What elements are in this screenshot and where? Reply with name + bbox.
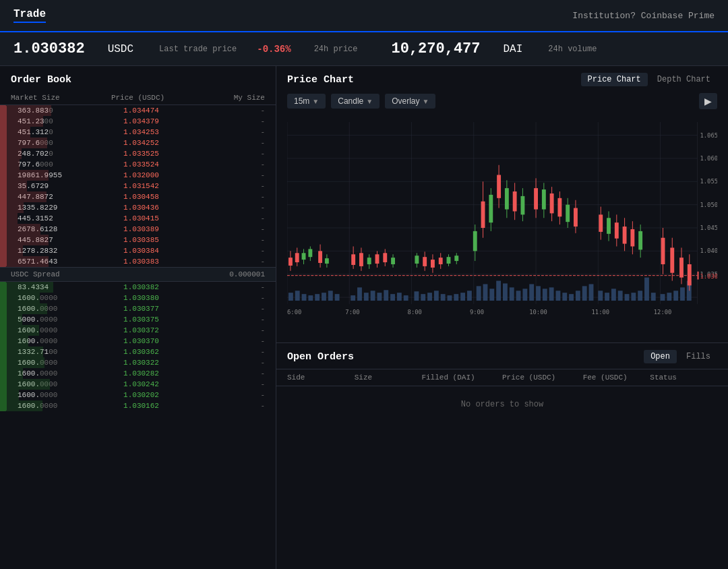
chart-header: Price Chart Price Chart Depth Chart (276, 66, 728, 90)
buy-orders-list: 83.4334 1.030382 - 1600.0000 1.030380 - … (7, 282, 276, 411)
sell-order-row: 2678.6128 1.030389 - (7, 224, 276, 235)
sell-order-row: 797.6000 1.033524 - (7, 159, 276, 170)
svg-rect-65 (536, 286, 541, 301)
sell-mysize: - (183, 214, 265, 222)
sell-mysize: - (183, 107, 265, 115)
svg-rect-129 (489, 195, 493, 222)
last-trade-label: Last trade price (159, 44, 237, 54)
spread-value: 0.000001 (229, 270, 265, 278)
trade-tab[interactable]: Trade (13, 8, 46, 23)
sell-sidebar-bar (0, 105, 7, 267)
buy-price: 1.030382 (100, 283, 182, 291)
buy-order-row: 1600.0000 1.030380 - (7, 293, 276, 303)
svg-rect-83 (661, 294, 665, 301)
col-price: Price (USDC) (502, 373, 583, 382)
svg-text:1.065: 1.065 (700, 132, 717, 139)
svg-rect-64 (529, 284, 534, 301)
svg-rect-30 (289, 293, 293, 301)
sell-mysize: - (183, 117, 265, 125)
chart-area: Price Chart Price Chart Depth Chart 15m … (276, 66, 728, 343)
svg-rect-161 (638, 231, 642, 249)
overlay-selector[interactable]: Overlay ▼ (385, 94, 435, 109)
sell-price: 1.034252 (100, 139, 182, 147)
candle-selector[interactable]: Candle ▼ (331, 94, 380, 109)
svg-rect-42 (377, 293, 382, 301)
svg-text:12:00: 12:00 (654, 309, 672, 316)
volume-currency: DAI (504, 43, 523, 55)
tab-fills[interactable]: Fills (679, 350, 717, 363)
open-orders-tabs: Open Fills (644, 350, 717, 363)
buy-order-row: 1600.0000 1.030162 - (7, 400, 276, 411)
buy-order-row: 1600.0000 1.030322 - (7, 357, 276, 368)
svg-rect-155 (615, 222, 619, 239)
open-orders: Open Orders Open Fills Side Size Filled … (276, 343, 728, 569)
buy-price: 1.030162 (100, 402, 182, 410)
advance-button[interactable]: ▶ (699, 93, 717, 109)
svg-rect-157 (623, 227, 627, 244)
buy-price: 1.030362 (100, 348, 182, 356)
svg-rect-95 (308, 249, 312, 257)
svg-rect-91 (295, 253, 299, 262)
svg-rect-123 (454, 256, 458, 261)
buy-mysize: - (183, 369, 265, 378)
sell-price: 1.030458 (100, 193, 182, 201)
col-fee: Fee (USDC) (583, 373, 650, 382)
svg-rect-113 (415, 256, 419, 264)
main-layout: Order Book Market Size Price (USDC) My S… (0, 66, 728, 569)
sell-price: 1.031542 (100, 182, 182, 190)
svg-rect-165 (670, 247, 674, 272)
tab-price-chart[interactable]: Price Chart (581, 73, 648, 86)
buy-price: 1.030375 (100, 316, 182, 324)
sell-price: 1.030415 (100, 214, 182, 222)
buy-order-row: 1600.0000 1.030202 - (7, 390, 276, 400)
svg-rect-86 (680, 287, 685, 301)
sell-mysize: - (183, 247, 265, 255)
order-book-title: Order Book (0, 66, 276, 91)
buy-price: 1.030372 (100, 326, 182, 334)
svg-rect-63 (522, 289, 527, 301)
svg-text:1.050: 1.050 (700, 202, 717, 208)
price-change: -0.36% (257, 44, 291, 55)
svg-text:1.045: 1.045 (700, 224, 717, 231)
sell-order-row: 445.3152 1.030415 - (7, 213, 276, 224)
svg-rect-153 (607, 218, 611, 234)
svg-text:1.030382: 1.030382 (700, 273, 717, 280)
svg-rect-84 (667, 293, 671, 301)
tab-open[interactable]: Open (644, 350, 677, 363)
timeframe-selector[interactable]: 15m ▼ (287, 94, 326, 109)
svg-rect-133 (505, 188, 509, 209)
svg-rect-57 (483, 284, 488, 301)
svg-rect-79 (631, 293, 636, 301)
svg-rect-80 (638, 291, 642, 301)
ob-col-price: Price (USDC) (96, 94, 181, 102)
svg-text:1.040: 1.040 (700, 247, 717, 254)
buy-sidebar-bar (0, 282, 7, 411)
sell-order-row: 447.8872 1.030458 - (7, 191, 276, 202)
sell-order-row: 6571.4643 1.030383 - (7, 256, 276, 267)
svg-rect-109 (383, 253, 387, 262)
col-side: Side (287, 373, 355, 382)
price-change-label: 24h price (314, 44, 358, 54)
svg-rect-34 (315, 294, 320, 301)
svg-rect-54 (460, 293, 465, 301)
svg-rect-121 (447, 257, 451, 264)
buy-order-row: 1600.0000 1.030282 - (7, 368, 276, 379)
svg-rect-75 (605, 293, 609, 301)
institution-link[interactable]: Institution? Coinbase Prime (572, 11, 715, 21)
buy-order-row: 1600.0000 1.030372 - (7, 325, 276, 336)
col-size: Size (355, 373, 422, 382)
svg-rect-97 (318, 251, 322, 263)
sell-price: 1.030385 (100, 236, 182, 244)
svg-rect-147 (566, 205, 570, 222)
svg-rect-145 (557, 198, 562, 216)
buy-mysize: - (183, 316, 265, 324)
sell-order-row: 363.8830 1.034474 - (7, 105, 276, 116)
buy-size: 1600.0000 (18, 369, 100, 378)
spread-row: USDC Spread 0.000001 (0, 267, 276, 282)
sell-order-row: 445.8827 1.030385 - (7, 235, 276, 245)
buy-order-row: 83.4334 1.030382 - (7, 282, 276, 293)
buy-mysize: - (183, 294, 265, 302)
tab-depth-chart[interactable]: Depth Chart (650, 73, 717, 86)
sell-size: 445.3152 (18, 214, 100, 222)
svg-text:8:00: 8:00 (408, 309, 422, 316)
